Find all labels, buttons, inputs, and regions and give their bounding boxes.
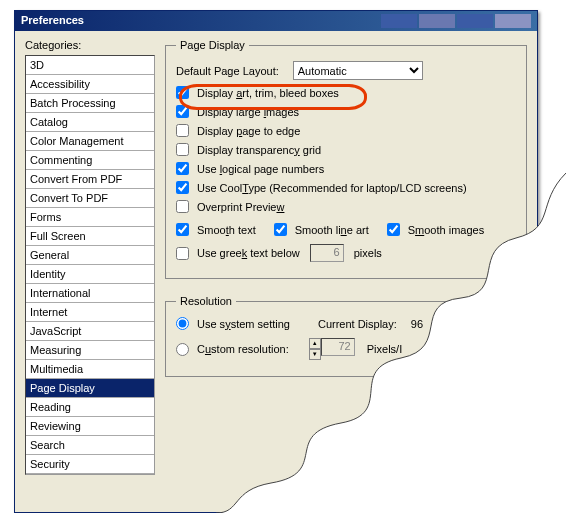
use-logical-page-numbers-checkbox[interactable] (176, 162, 189, 175)
default-page-layout-select[interactable]: Automatic (293, 61, 423, 80)
title-bar: Preferences (15, 11, 537, 31)
current-display-unit: Pixels (441, 318, 470, 330)
greek-text-unit: pixels (354, 247, 382, 259)
display-large-images-option[interactable]: Display large images (176, 105, 299, 118)
use-greek-text-option[interactable]: Use greek text below (176, 247, 300, 260)
use-cooltype-checkbox[interactable] (176, 181, 189, 194)
category-item[interactable]: Full Screen (26, 227, 154, 246)
category-item[interactable]: Identity (26, 265, 154, 284)
category-item[interactable]: Commenting (26, 151, 154, 170)
category-item[interactable]: Convert To PDF (26, 189, 154, 208)
category-item[interactable]: Page Display (26, 379, 154, 398)
display-large-images-checkbox[interactable] (176, 105, 189, 118)
custom-resolution-option[interactable]: Custom resolution: (176, 343, 289, 356)
smooth-images-option[interactable]: Smooth images (387, 223, 484, 236)
default-page-layout-label: Default Page Layout: (176, 65, 279, 77)
use-cooltype-option[interactable]: Use CoolType (Recommended for laptop/LCD… (176, 181, 467, 194)
smooth-text-checkbox[interactable] (176, 223, 189, 236)
category-item[interactable]: 3D (26, 56, 154, 75)
display-art-trim-bleed-checkbox[interactable] (176, 86, 189, 99)
category-item[interactable]: Search (26, 436, 154, 455)
overprint-preview-checkbox[interactable] (176, 200, 189, 213)
titlebar-decoration (379, 14, 531, 28)
use-logical-page-numbers-option[interactable]: Use logical page numbers (176, 162, 324, 175)
smooth-line-art-checkbox[interactable] (274, 223, 287, 236)
current-display-label: Current Display: (318, 318, 397, 330)
smooth-text-option[interactable]: Smooth text (176, 223, 256, 236)
category-item[interactable]: Batch Processing (26, 94, 154, 113)
display-transparency-grid-option[interactable]: Display transparency grid (176, 143, 321, 156)
greek-text-value: 6 (310, 244, 344, 262)
smooth-images-checkbox[interactable] (387, 223, 400, 236)
resolution-legend: Resolution (176, 295, 236, 307)
overprint-preview-option[interactable]: Overprint Preview (176, 200, 284, 213)
page-display-legend: Page Display (176, 39, 249, 51)
custom-resolution-radio[interactable] (176, 343, 189, 356)
category-item[interactable]: Spelling (26, 474, 154, 475)
custom-resolution-unit: Pixels/I (367, 343, 402, 355)
category-item[interactable]: Accessibility (26, 75, 154, 94)
resolution-group: Resolution Use system setting Current Di… (165, 295, 527, 377)
category-item[interactable]: General (26, 246, 154, 265)
categories-label: Categories: (25, 39, 155, 51)
chevron-up-icon[interactable]: ▲ (309, 338, 321, 349)
display-art-trim-bleed-option[interactable]: Display art, trim, bleed boxes (176, 86, 339, 99)
category-item[interactable]: International (26, 284, 154, 303)
category-item[interactable]: Multimedia (26, 360, 154, 379)
custom-resolution-value[interactable]: 72 (321, 338, 355, 356)
category-item[interactable]: Catalog (26, 113, 154, 132)
category-item[interactable]: Security (26, 455, 154, 474)
category-item[interactable]: JavaScript (26, 322, 154, 341)
categories-listbox[interactable]: 3DAccessibilityBatch ProcessingCatalogCo… (25, 55, 155, 475)
category-item[interactable]: Reviewing (26, 417, 154, 436)
chevron-down-icon[interactable]: ▼ (309, 349, 321, 360)
use-system-setting-radio[interactable] (176, 317, 189, 330)
category-item[interactable]: Reading (26, 398, 154, 417)
page-display-group: Page Display Default Page Layout: Automa… (165, 39, 527, 279)
category-item[interactable]: Measuring (26, 341, 154, 360)
display-page-to-edge-checkbox[interactable] (176, 124, 189, 137)
display-page-to-edge-option[interactable]: Display page to edge (176, 124, 300, 137)
use-system-setting-option[interactable]: Use system setting (176, 317, 290, 330)
use-greek-text-checkbox[interactable] (176, 247, 189, 260)
category-item[interactable]: Color Management (26, 132, 154, 151)
category-item[interactable]: Forms (26, 208, 154, 227)
display-transparency-grid-checkbox[interactable] (176, 143, 189, 156)
smooth-line-art-option[interactable]: Smooth line art (274, 223, 369, 236)
window-title: Preferences (21, 14, 84, 26)
greek-text-spinner: 6 (310, 244, 344, 262)
category-item[interactable]: Convert From PDF (26, 170, 154, 189)
current-display-value: 96 (411, 318, 423, 330)
category-item[interactable]: Internet (26, 303, 154, 322)
custom-resolution-spinner[interactable]: ▲▼ 72 (309, 338, 355, 360)
